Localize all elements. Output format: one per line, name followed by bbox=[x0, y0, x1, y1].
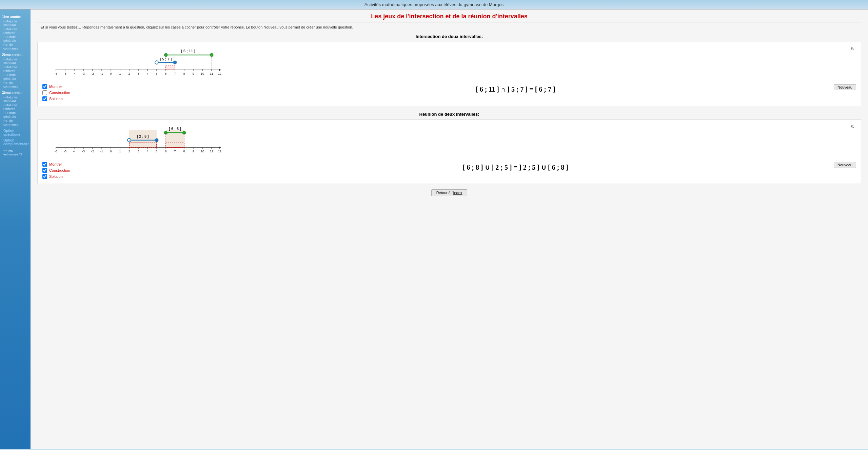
montrer-label-reunion: Montrer bbox=[49, 162, 62, 166]
main-content: Les jeux de l'intersection et de la réun… bbox=[31, 10, 868, 449]
svg-text:-5: -5 bbox=[64, 150, 66, 153]
svg-text:-1: -1 bbox=[100, 150, 103, 153]
svg-text:1: 1 bbox=[119, 72, 121, 75]
svg-text:-6: -6 bbox=[55, 72, 57, 75]
sidebar: 1ère année: • Maturité standard • Maturi… bbox=[0, 10, 31, 449]
intro-text: Et si vous vous testiez… Répondez mental… bbox=[37, 25, 861, 29]
svg-text:2: 2 bbox=[128, 150, 130, 153]
svg-text:-5: -5 bbox=[64, 72, 66, 75]
sidebar-item-year3-culture[interactable]: • Culture générale bbox=[2, 111, 28, 118]
montrer-label-intersection: Montrer bbox=[49, 85, 62, 89]
svg-text:0: 0 bbox=[110, 150, 112, 153]
svg-text:5: 5 bbox=[156, 72, 157, 75]
svg-text:2: 2 bbox=[128, 72, 130, 75]
svg-text:12: 12 bbox=[218, 150, 221, 153]
svg-text:10: 10 bbox=[201, 72, 204, 75]
year2-label: 2ème année: bbox=[2, 53, 28, 57]
sidebar-item-year2-matrenforce[interactable]: • Maturité renforcé bbox=[2, 65, 28, 73]
construction-checkbox-row-intersection: Construction bbox=[42, 90, 232, 95]
retour-button[interactable]: Retour à l'Index bbox=[431, 189, 468, 196]
svg-text:7: 7 bbox=[174, 150, 176, 153]
montrer-checkbox-intersection[interactable] bbox=[42, 84, 47, 89]
reunion-graph: ↻ -6 -5 -4 -3 bbox=[42, 123, 856, 161]
svg-point-46 bbox=[155, 61, 158, 64]
svg-text:-4: -4 bbox=[73, 150, 76, 153]
svg-text:12: 12 bbox=[218, 72, 221, 75]
sidebar-item-year2-culture[interactable]: • Culture générale bbox=[2, 73, 28, 80]
year1-label: 1ère année: bbox=[2, 15, 28, 19]
solution-checkbox-reunion[interactable] bbox=[42, 174, 47, 179]
solution-checkbox-intersection[interactable] bbox=[42, 96, 47, 101]
svg-text:-6: -6 bbox=[55, 150, 57, 153]
svg-rect-89 bbox=[129, 130, 157, 148]
intersection-graph: ↻ -6 -5 -4 bbox=[42, 45, 856, 83]
sidebar-item-year3-matstandard[interactable]: • Maturité standard bbox=[2, 95, 28, 103]
construction-checkbox-row-reunion: Construction bbox=[42, 168, 232, 173]
sidebar-item-year1-matrenforce[interactable]: • Maturité renforcé bbox=[2, 27, 28, 35]
svg-text:4: 4 bbox=[146, 72, 148, 75]
svg-text:9: 9 bbox=[192, 72, 194, 75]
svg-text:-2: -2 bbox=[91, 72, 94, 75]
page-title: Les jeux de l'intersection et de la réun… bbox=[37, 13, 861, 22]
sidebar-item-year1-matstandard[interactable]: • Maturité standard bbox=[2, 19, 28, 27]
svg-text:] 2 ; 5 ]: ] 2 ; 5 ] bbox=[137, 134, 149, 138]
svg-text:4: 4 bbox=[146, 150, 148, 153]
sidebar-item-year2-matstandard[interactable]: • Maturité standard bbox=[2, 57, 28, 65]
montrer-checkbox-reunion[interactable] bbox=[42, 162, 47, 167]
construction-checkbox-intersection[interactable] bbox=[42, 90, 47, 95]
svg-text:3: 3 bbox=[137, 150, 139, 153]
solution-checkbox-row-reunion: Solution bbox=[42, 174, 232, 179]
intersection-box: ↻ -6 -5 -4 bbox=[37, 42, 861, 106]
svg-text:-4: -4 bbox=[73, 72, 76, 75]
sidebar-item-year3-commerce[interactable]: • E. de commerce bbox=[2, 119, 28, 126]
sidebar-item-year2-commerce[interactable]: • E. de commerce bbox=[2, 81, 28, 88]
formula-reunion: [ 6 ; 8 ] ∪ ] 2 ; 5 ] = ] 2 ; 5 ] ∪ [ 6 … bbox=[232, 163, 799, 171]
svg-text:| 5 ; 7 ]: | 5 ; 7 ] bbox=[160, 57, 172, 61]
solution-label-reunion: Solution bbox=[49, 174, 63, 179]
svg-text:-2: -2 bbox=[91, 150, 94, 153]
option-specifique-link[interactable]: Option spécifique bbox=[2, 129, 28, 136]
svg-text:-1: -1 bbox=[100, 72, 103, 75]
montrer-checkbox-row-reunion: Montrer bbox=[42, 162, 232, 167]
year3-label: 3ème année: bbox=[2, 91, 28, 95]
svg-text:6: 6 bbox=[165, 150, 166, 153]
formula-intersection: [ 6 ; 11 ] ∩ ] 5 ; 7 ] = [ 6 ; 7 ] bbox=[232, 86, 799, 93]
svg-marker-51 bbox=[219, 146, 221, 149]
site-title: Activités mathématiques proposées aux él… bbox=[364, 2, 504, 7]
svg-text:6: 6 bbox=[165, 72, 166, 75]
option-complementaire-link[interactable]: Option complémentaire bbox=[2, 138, 28, 146]
solution-checkbox-row-intersection: Solution bbox=[42, 96, 232, 101]
svg-text:10: 10 bbox=[201, 150, 204, 153]
solution-label-intersection: Solution bbox=[49, 97, 63, 101]
svg-text:[ 6 ; 11 ]: [ 6 ; 11 ] bbox=[181, 49, 195, 53]
svg-text:1: 1 bbox=[119, 150, 121, 153]
sidebar-item-year3-matrenforce[interactable]: • Maturité renforcé bbox=[2, 103, 28, 111]
svg-text:5: 5 bbox=[156, 150, 157, 153]
svg-text:11: 11 bbox=[210, 150, 213, 153]
svg-text:11: 11 bbox=[210, 72, 213, 75]
section1-title: Intersection de deux intervalles: bbox=[37, 34, 861, 39]
svg-text:0: 0 bbox=[110, 72, 112, 75]
svg-point-47 bbox=[173, 61, 177, 64]
svg-text:7: 7 bbox=[174, 72, 176, 75]
construction-label-reunion: Construction bbox=[49, 168, 70, 172]
svg-text:[ 6 ; 8 ]: [ 6 ; 8 ] bbox=[169, 127, 181, 131]
nouveau-button-intersection[interactable]: Nouveau bbox=[834, 84, 856, 90]
svg-text:9: 9 bbox=[192, 150, 194, 153]
info-techniques-link[interactable]: ?? Info. techniques ?? bbox=[2, 149, 28, 156]
construction-checkbox-reunion[interactable] bbox=[42, 168, 47, 173]
construction-label-intersection: Construction bbox=[49, 91, 70, 95]
sidebar-item-year1-culture[interactable]: • Culture générale bbox=[2, 35, 28, 42]
svg-text:-3: -3 bbox=[82, 72, 85, 75]
svg-rect-49 bbox=[166, 66, 175, 70]
reunion-box: ↻ -6 -5 -4 -3 bbox=[37, 119, 861, 184]
svg-text:3: 3 bbox=[137, 72, 139, 75]
svg-marker-1 bbox=[219, 69, 221, 71]
nouveau-button-reunion[interactable]: Nouveau bbox=[834, 162, 856, 168]
svg-text:-3: -3 bbox=[82, 150, 85, 153]
top-bar: Activités mathématiques proposées aux él… bbox=[0, 0, 868, 10]
svg-text:8: 8 bbox=[183, 72, 185, 75]
sidebar-item-year1-commerce[interactable]: • E. de commerce bbox=[2, 43, 28, 50]
montrer-checkbox-row-intersection: Montrer bbox=[42, 84, 232, 89]
svg-text:8: 8 bbox=[183, 150, 185, 153]
